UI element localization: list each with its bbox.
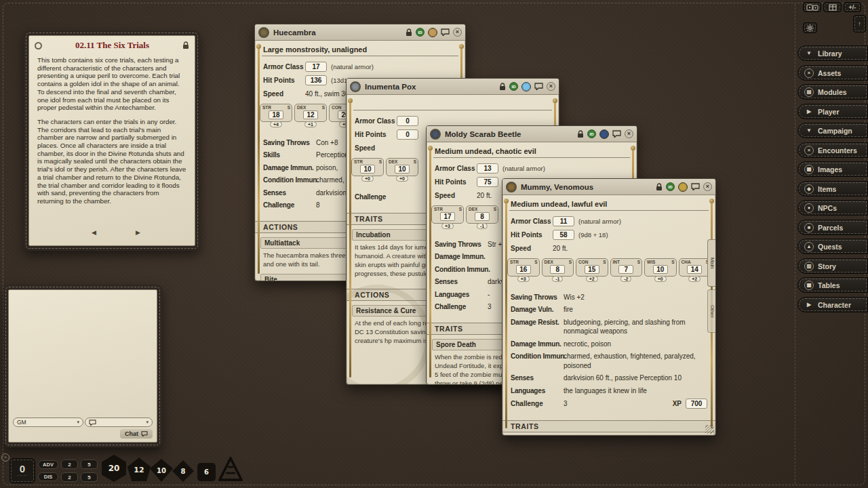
gm-identity-dropdown[interactable]: GM ▾ xyxy=(13,418,83,427)
ability-save-button[interactable]: S xyxy=(603,260,606,264)
xp-value[interactable]: 700 xyxy=(686,399,707,409)
ability-box[interactable]: DEX S 8 -1 xyxy=(466,205,498,224)
collapse-sidebar-button[interactable]: ↑ xyxy=(853,15,866,33)
ability-box[interactable]: STR S 17 +3 xyxy=(431,205,464,224)
ability-modifier[interactable]: +0 xyxy=(396,176,408,182)
lock-icon[interactable] xyxy=(406,28,412,37)
options-button[interactable] xyxy=(803,22,817,33)
d6-die[interactable]: 6 xyxy=(197,463,216,481)
stat-value[interactable]: Wis +2 xyxy=(564,293,707,302)
sidebar-category-character[interactable]: ▶Character xyxy=(797,297,868,312)
stat-value[interactable]: necrotic, poison xyxy=(564,340,707,349)
ability-box[interactable]: DEX S 10 +0 xyxy=(386,158,418,176)
chat-bubble-icon[interactable] xyxy=(691,183,700,190)
sidebar-item-quests[interactable]: ▲Quests xyxy=(797,239,868,254)
npc-portrait-icon[interactable] xyxy=(506,182,517,192)
radial-menu-icon[interactable]: × xyxy=(1,453,9,462)
ability-modifier[interactable]: +0 xyxy=(654,276,667,282)
ability-box[interactable]: STR S 10 +0 xyxy=(351,158,384,176)
npc-portrait-icon[interactable] xyxy=(430,129,441,140)
quick-modifier-button[interactable]: 5 xyxy=(81,472,98,482)
stat-value[interactable]: the languages it knew in life xyxy=(564,386,707,396)
close-icon[interactable]: × xyxy=(453,28,462,37)
ability-score[interactable]: 12 xyxy=(303,110,318,119)
ability-save-button[interactable]: S xyxy=(494,207,496,211)
ability-save-button[interactable]: S xyxy=(534,260,537,264)
ability-box[interactable]: INT S 7 -2 xyxy=(610,258,643,277)
d12-die[interactable]: 12 xyxy=(127,458,151,482)
ability-score[interactable]: 10 xyxy=(360,165,375,174)
window-titlebar[interactable]: Moldy Scarab Beetle ID × xyxy=(427,126,637,142)
speed-value[interactable]: 20 ft. xyxy=(477,192,492,199)
chat-window[interactable]: GM ▾ ▾ Chat xyxy=(3,285,162,447)
id-badge[interactable]: ID xyxy=(416,28,425,37)
sidebar-category-library[interactable]: ▼Library xyxy=(797,45,868,61)
chat-bubble-icon[interactable] xyxy=(612,130,621,138)
ability-box[interactable]: STR S 16 +3 xyxy=(507,258,540,277)
prev-page-button[interactable]: ◀ xyxy=(89,228,99,237)
chat-button[interactable]: Chat xyxy=(120,429,153,439)
d8-die[interactable]: 8 xyxy=(172,460,194,482)
ability-score[interactable]: 8 xyxy=(550,265,565,274)
ability-modifier[interactable]: +3 xyxy=(517,276,530,282)
token-icon[interactable] xyxy=(521,82,531,92)
sidebar-item-story[interactable]: ▥Story xyxy=(797,258,868,274)
chat-mode-dropdown[interactable]: ▾ xyxy=(85,418,153,427)
armor-class-value[interactable]: 11 xyxy=(553,216,574,226)
ability-score[interactable]: 18 xyxy=(269,110,283,119)
sidebar-item-items[interactable]: ◆Items xyxy=(797,181,868,197)
ability-save-button[interactable]: S xyxy=(414,159,416,164)
lock-icon[interactable] xyxy=(656,183,663,191)
ability-box[interactable]: WIS S 10 +0 xyxy=(644,258,677,277)
ability-modifier[interactable]: +2 xyxy=(586,276,598,282)
stat-value[interactable]: charmed, exhaustion, frightened, paralyz… xyxy=(564,352,707,370)
close-icon[interactable]: × xyxy=(625,129,633,138)
sidebar-item-npcs[interactable]: ●NPCs xyxy=(797,200,868,216)
ability-score[interactable]: 10 xyxy=(653,265,668,274)
window-titlebar[interactable]: Huecambra ID × xyxy=(255,24,465,41)
ability-modifier[interactable]: -1 xyxy=(552,276,563,282)
armor-class-value[interactable]: 13 xyxy=(477,163,498,174)
ability-score[interactable]: 15 xyxy=(585,265,599,274)
hit-points-value[interactable]: 58 xyxy=(553,230,574,240)
speed-value[interactable]: 20 ft. xyxy=(553,245,568,252)
sidebar-item-encounters[interactable]: ×Encounters xyxy=(797,142,868,158)
statblock-window-mummy-venomous[interactable]: Mummy, Venomous ID × Main Other Medium u… xyxy=(502,178,716,436)
hit-points-value[interactable]: 75 xyxy=(477,177,498,187)
chevron-down-icon[interactable]: ▾ xyxy=(146,420,149,425)
ability-save-button[interactable]: S xyxy=(459,207,462,211)
ability-score[interactable]: 17 xyxy=(440,212,455,221)
ability-score[interactable]: 10 xyxy=(395,165,410,174)
ability-modifier[interactable]: +2 xyxy=(688,276,701,282)
sidebar-category-campaign[interactable]: ▼Campaign xyxy=(797,123,868,138)
lock-icon[interactable] xyxy=(182,41,189,49)
ability-box[interactable]: DEX S 12 +1 xyxy=(294,104,327,122)
sidebar-item-assets[interactable]: ×Assets xyxy=(797,65,868,81)
ability-modifier[interactable]: +4 xyxy=(270,121,282,127)
stat-value[interactable]: darkvision 60 ft., passive Perception 10 xyxy=(564,373,707,383)
ability-save-button[interactable]: S xyxy=(569,260,572,264)
npc-portrait-icon[interactable] xyxy=(350,81,361,92)
ability-modifier[interactable]: -2 xyxy=(620,276,631,282)
hit-points-value[interactable]: 0 xyxy=(397,129,418,140)
armor-class-value[interactable]: 17 xyxy=(305,62,327,72)
sidebar-item-parcels[interactable]: ■Parcels xyxy=(797,220,868,235)
disadvantage-button[interactable]: DIS xyxy=(38,472,58,481)
window-titlebar[interactable]: Mummy, Venomous ID × xyxy=(502,179,715,195)
ability-box[interactable]: DEX S 8 -1 xyxy=(542,258,574,277)
token-icon[interactable] xyxy=(599,129,609,139)
modifier-panel-button[interactable]: +/- xyxy=(844,2,861,12)
quick-modifier-button[interactable]: 2 xyxy=(61,460,78,469)
sidebar-item-modules[interactable]: ▤Modules xyxy=(797,84,868,100)
lock-icon[interactable] xyxy=(577,130,584,138)
story-titlebar[interactable]: 02.11 The Six Trials xyxy=(29,36,195,52)
lock-icon[interactable] xyxy=(499,83,506,91)
id-badge[interactable]: ID xyxy=(666,182,675,191)
quick-modifier-button[interactable]: 2 xyxy=(61,472,78,482)
sidebar-category-player[interactable]: ▶Player xyxy=(797,104,868,119)
dice-panel-button[interactable] xyxy=(803,2,821,12)
chat-bubble-icon[interactable] xyxy=(534,83,543,90)
sidebar-item-tables[interactable]: ▦Tables xyxy=(797,277,868,293)
ability-save-button[interactable]: S xyxy=(379,159,382,164)
sidebar-item-images[interactable]: ▦Images xyxy=(797,161,868,177)
